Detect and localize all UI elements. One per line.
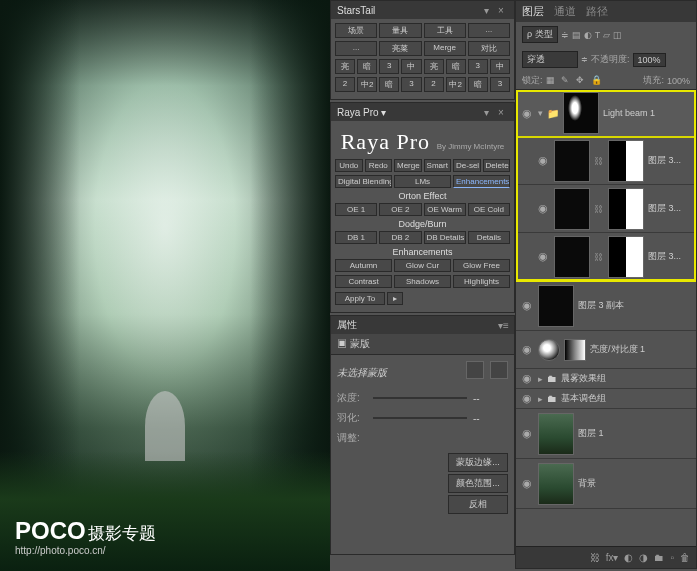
invert-button[interactable]: 反相 [448, 495, 508, 514]
link-layers-icon[interactable]: ⛓ [590, 552, 600, 563]
layer-item-1[interactable]: ◉ ⛓ 图层 3... [516, 137, 696, 185]
st-a0[interactable]: 亮 [335, 59, 355, 74]
st-tab2-3[interactable]: 对比 [468, 41, 510, 56]
new-group-icon[interactable]: 🖿 [654, 552, 664, 563]
visibility-toggle-icon[interactable]: ◉ [536, 250, 550, 263]
oewarm[interactable]: OE Warm [424, 203, 466, 216]
st-a2[interactable]: 3 [379, 59, 399, 74]
st-tab-1[interactable]: 量具 [379, 23, 421, 38]
filter-smart-icon[interactable]: ◫ [613, 30, 622, 40]
collapse-icon[interactable]: ▾ [484, 5, 494, 15]
highlights[interactable]: Highlights [453, 275, 510, 288]
st-b4[interactable]: 2 [424, 77, 444, 92]
raya-redo[interactable]: Redo [365, 159, 393, 172]
layer-name-4[interactable]: 图层 3 副本 [578, 299, 692, 312]
new-adj-icon[interactable]: ◑ [639, 552, 648, 563]
filter-type-icon[interactable]: T [595, 30, 601, 40]
lock-trans-icon[interactable]: ▦ [546, 75, 558, 87]
layer-item-bc[interactable]: ◉ 亮度/对比度 1 [516, 331, 696, 369]
density-slider[interactable] [373, 397, 467, 399]
layer-group-lightbeam[interactable]: ◉ ▾ 📁 Light beam 1 [516, 90, 696, 137]
mask-thumb[interactable] [608, 140, 644, 182]
layer-name-1[interactable]: 图层 3... [648, 154, 692, 167]
add-mask-icon[interactable]: ◐ [624, 552, 633, 563]
layer-item-4[interactable]: ◉ 图层 3 副本 [516, 281, 696, 331]
layer-name-6[interactable]: 晨雾效果组 [561, 372, 692, 385]
layer-item-8[interactable]: ◉ 图层 1 [516, 409, 696, 459]
adj-icon[interactable] [538, 339, 560, 361]
raya-delete[interactable]: Delete [483, 159, 511, 172]
pixel-mask-icon[interactable] [466, 361, 484, 379]
tab-channels[interactable]: 通道 [554, 4, 576, 19]
raya-undo[interactable]: Undo [335, 159, 363, 172]
blend-mode-select[interactable]: 穿透 [522, 51, 578, 68]
group-collapse-icon[interactable]: ▾ [538, 108, 543, 118]
apply-to[interactable]: Apply To [335, 292, 385, 305]
mask-thumb[interactable] [564, 339, 586, 361]
opacity-value[interactable]: 100% [633, 53, 666, 67]
st-b7[interactable]: 3 [490, 77, 510, 92]
dbdet[interactable]: DB Details [424, 231, 466, 244]
contrast[interactable]: Contrast [335, 275, 392, 288]
filter-pixel-icon[interactable]: ▤ [572, 30, 581, 40]
group-mask-thumb[interactable] [563, 92, 599, 134]
fx-icon[interactable]: fx▾ [606, 552, 619, 563]
st-tab2-1[interactable]: 亮菜 [379, 41, 421, 56]
visibility-toggle-icon[interactable]: ◉ [520, 372, 534, 385]
st-b1[interactable]: 中2 [357, 77, 377, 92]
visibility-toggle-icon[interactable]: ◉ [520, 477, 534, 490]
autumn[interactable]: Autumn [335, 259, 392, 272]
glowfree[interactable]: Glow Free [453, 259, 510, 272]
close-icon[interactable]: × [498, 107, 508, 117]
close-icon[interactable]: × [498, 5, 508, 15]
visibility-toggle-icon[interactable]: ◉ [520, 427, 534, 440]
layer-name-8[interactable]: 图层 1 [578, 427, 692, 440]
layer-thumb[interactable] [538, 413, 574, 455]
layer-group-color[interactable]: ◉ ▸ 🖿 基本调色组 [516, 389, 696, 409]
st-b5[interactable]: 中2 [446, 77, 466, 92]
lock-paint-icon[interactable]: ✎ [561, 75, 573, 87]
layer-name-2[interactable]: 图层 3... [648, 202, 692, 215]
apply-next-icon[interactable]: ▸ [387, 292, 403, 305]
visibility-toggle-icon[interactable]: ◉ [536, 154, 550, 167]
layer-name-7[interactable]: 基本调色组 [561, 392, 692, 405]
feather-slider[interactable] [373, 417, 467, 419]
visibility-toggle-icon[interactable]: ◉ [520, 392, 534, 405]
tab-paths[interactable]: 路径 [586, 4, 608, 19]
st-tab-3[interactable]: ... [468, 23, 510, 38]
layer-name-5[interactable]: 亮度/对比度 1 [590, 343, 692, 356]
filter-shape-icon[interactable]: ▱ [603, 30, 610, 40]
vector-mask-icon[interactable] [490, 361, 508, 379]
color-range-button[interactable]: 颜色范围... [448, 474, 508, 493]
mask-thumb[interactable] [608, 236, 644, 278]
visibility-toggle-icon[interactable]: ◉ [520, 107, 534, 120]
oecold[interactable]: OE Cold [468, 203, 510, 216]
visibility-toggle-icon[interactable]: ◉ [520, 343, 534, 356]
raya-merge[interactable]: Merge [394, 159, 422, 172]
st-a7[interactable]: 中 [490, 59, 510, 74]
fill-value[interactable]: 100% [667, 76, 690, 86]
layer-background[interactable]: ◉ 背景 [516, 459, 696, 509]
layer-group-mist[interactable]: ◉ ▸ 🖿 晨雾效果组 [516, 369, 696, 389]
tab-layers[interactable]: 图层 [522, 4, 544, 19]
filter-adj-icon[interactable]: ◐ [584, 30, 592, 40]
st-a3[interactable]: 中 [401, 59, 421, 74]
lock-pos-icon[interactable]: ✥ [576, 75, 588, 87]
layer-item-2[interactable]: ◉ ⛓ 图层 3... [516, 185, 696, 233]
st-a5[interactable]: 暗 [446, 59, 466, 74]
layer-item-3[interactable]: ◉ ⛓ 图层 3... [516, 233, 696, 281]
layer-thumb[interactable] [554, 236, 590, 278]
collapse-icon[interactable]: ▾ [484, 107, 494, 117]
layer-thumb[interactable] [538, 463, 574, 505]
st-tab-2[interactable]: 工具 [424, 23, 466, 38]
layer-thumb[interactable] [538, 285, 574, 327]
st-tab2-2[interactable]: Merge [424, 41, 466, 56]
visibility-toggle-icon[interactable]: ◉ [520, 299, 534, 312]
st-a4[interactable]: 亮 [424, 59, 444, 74]
raya-desel[interactable]: De-sel [453, 159, 481, 172]
st-b0[interactable]: 2 [335, 77, 355, 92]
st-tab2-0[interactable]: ... [335, 41, 377, 56]
layer-name-3[interactable]: 图层 3... [648, 250, 692, 263]
oe2[interactable]: OE 2 [379, 203, 421, 216]
visibility-toggle-icon[interactable]: ◉ [536, 202, 550, 215]
